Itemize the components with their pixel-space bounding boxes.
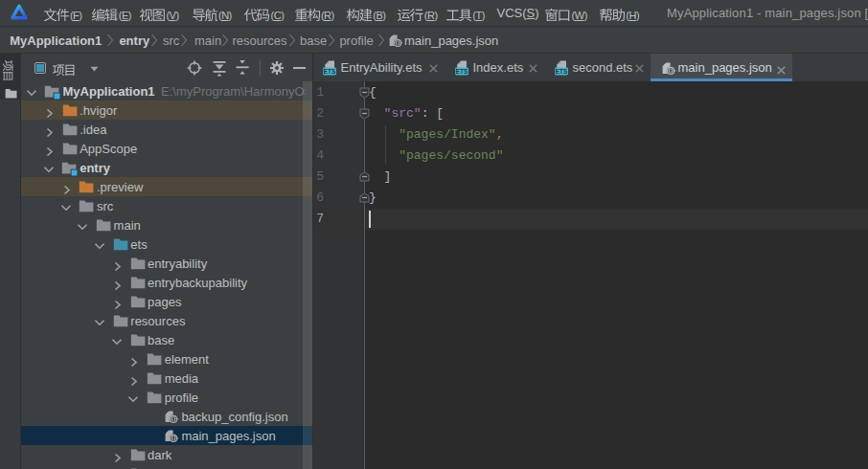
svg-text:ETS: ETS bbox=[555, 68, 568, 75]
svg-text:ETS: ETS bbox=[323, 68, 336, 75]
svg-text:ETS: ETS bbox=[455, 68, 468, 75]
